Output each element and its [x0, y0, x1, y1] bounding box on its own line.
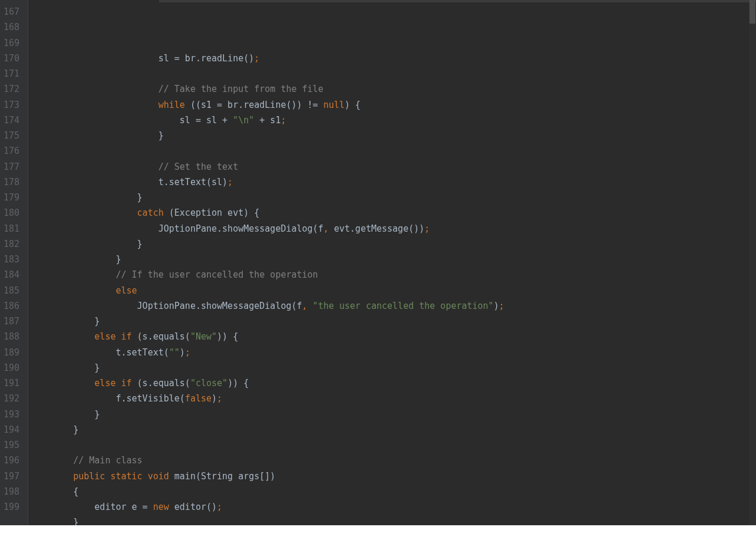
code-line[interactable]: editor e = new editor(); — [52, 499, 756, 515]
code-line[interactable]: f.setVisible(false); — [52, 391, 756, 406]
line-number: 191 — [4, 376, 19, 391]
line-number: 181 — [4, 221, 19, 236]
line-number: 183 — [4, 252, 19, 267]
line-number: 179 — [4, 190, 19, 205]
code-line[interactable]: sl = sl + "\n" + s1; — [52, 113, 756, 128]
line-number: 173 — [4, 97, 19, 113]
code-line[interactable]: } — [52, 236, 756, 252]
code-line[interactable]: else if (s.equals("New")) { — [52, 329, 756, 344]
code-line[interactable]: // Set the text — [52, 159, 756, 174]
code-line[interactable]: { — [52, 484, 756, 499]
line-number: 188 — [4, 329, 19, 344]
line-number: 187 — [4, 314, 19, 329]
gutter-edge — [28, 0, 47, 525]
vertical-scrollbar-track[interactable] — [749, 0, 756, 525]
code-line[interactable]: } — [52, 407, 756, 422]
code-line[interactable]: JOptionPane.showMessageDialog(f, "the us… — [52, 298, 756, 314]
line-number: 168 — [4, 19, 19, 35]
line-number: 174 — [4, 113, 19, 128]
code-line[interactable]: t.setText(sl); — [52, 174, 756, 190]
line-number-gutter: 1671681691701711721731741751761771781791… — [0, 0, 28, 525]
line-number: 195 — [4, 437, 19, 453]
code-line[interactable]: catch (Exception evt) { — [52, 205, 756, 220]
line-number: 167 — [4, 4, 19, 19]
code-editor[interactable]: 1671681691701711721731741751761771781791… — [0, 0, 756, 525]
line-number: 194 — [4, 422, 19, 437]
code-line[interactable]: JOptionPane.showMessageDialog(f, evt.get… — [52, 221, 756, 236]
code-area[interactable]: sl = br.readLine(); // Take the input fr… — [47, 0, 756, 525]
line-number: 169 — [4, 35, 19, 51]
line-number: 178 — [4, 174, 19, 190]
line-number: 189 — [4, 345, 19, 360]
line-number: 193 — [4, 407, 19, 422]
line-number: 180 — [4, 205, 19, 220]
code-line[interactable]: t.setText(""); — [52, 345, 756, 360]
line-number: 186 — [4, 298, 19, 314]
code-line[interactable]: } — [52, 190, 756, 205]
line-number: 190 — [4, 360, 19, 376]
code-line[interactable]: while ((s1 = br.readLine()) != null) { — [52, 97, 756, 113]
line-number: 172 — [4, 81, 19, 97]
editor-top-edge — [159, 0, 756, 2]
line-number: 182 — [4, 236, 19, 252]
code-line[interactable]: sl = br.readLine(); — [52, 51, 756, 66]
line-number: 175 — [4, 128, 19, 143]
line-number: 192 — [4, 391, 19, 406]
code-line[interactable]: } — [52, 128, 756, 143]
code-line[interactable]: else if (s.equals("close")) { — [52, 376, 756, 391]
code-line[interactable] — [52, 143, 756, 159]
code-line[interactable]: } — [52, 422, 756, 437]
line-number: 196 — [4, 453, 19, 468]
code-line[interactable]: // Take the input from the file — [52, 81, 756, 97]
code-line[interactable]: } — [52, 252, 756, 267]
code-line[interactable]: } — [52, 314, 756, 329]
line-number: 184 — [4, 267, 19, 282]
line-number: 197 — [4, 469, 19, 484]
line-number: 177 — [4, 159, 19, 174]
code-line[interactable]: public static void main(String args[]) — [52, 469, 756, 484]
code-line[interactable]: // If the user cancelled the operation — [52, 267, 756, 282]
line-number: 198 — [4, 484, 19, 499]
code-line[interactable]: else — [52, 283, 756, 298]
line-number: 199 — [4, 499, 19, 515]
code-line[interactable] — [52, 437, 756, 453]
code-line[interactable]: } — [52, 360, 756, 376]
line-number: 170 — [4, 51, 19, 66]
code-line[interactable] — [52, 66, 756, 81]
line-number: 176 — [4, 143, 19, 159]
code-line[interactable]: } — [52, 515, 756, 525]
line-number: 185 — [4, 283, 19, 298]
code-line[interactable]: // Main class — [52, 453, 756, 468]
line-number: 171 — [4, 66, 19, 81]
vertical-scrollbar-thumb[interactable] — [750, 0, 755, 24]
